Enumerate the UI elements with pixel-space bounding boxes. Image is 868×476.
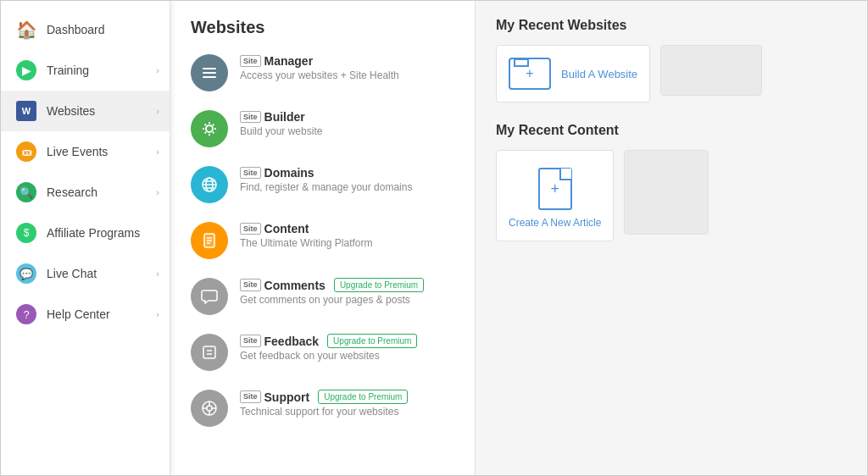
live-events-icon: 🎟 — [14, 140, 38, 163]
content-title: Content — [264, 222, 309, 235]
svg-line-10 — [213, 125, 214, 125]
research-icon: 🔍 — [14, 180, 38, 204]
site-support-item[interactable]: Site Support Upgrade to Premium Technica… — [191, 390, 454, 427]
sidebar-item-training[interactable]: ▶ Training › — [1, 50, 170, 91]
feedback-upgrade-badge[interactable]: Upgrade to Premium — [327, 334, 417, 348]
add-website-icon: + — [509, 58, 551, 90]
sidebar-item-websites[interactable]: W Websites › — [1, 91, 170, 131]
svg-rect-1 — [203, 72, 216, 74]
site-manager-item[interactable]: Site Manager Access your websites + Site… — [191, 54, 454, 91]
feedback-title: Feedback — [264, 335, 320, 348]
sidebar-label-live-events: Live Events — [47, 145, 108, 158]
sidebar-label-dashboard: Dashboard — [47, 23, 105, 36]
svg-rect-0 — [203, 68, 216, 69]
support-title: Support — [264, 390, 310, 404]
recent-content-grid: + Create A New Article — [496, 150, 847, 241]
site-content-item[interactable]: Site Content The Ultimate Writing Platfo… — [191, 222, 454, 259]
site-badge-comments: Site — [240, 279, 261, 291]
create-article-label: Create A New Article — [509, 217, 601, 229]
builder-info: Site Builder Build your website — [240, 110, 454, 137]
svg-rect-2 — [203, 76, 216, 78]
recent-content-title: My Recent Content — [496, 123, 847, 138]
comments-title: Comments — [264, 279, 326, 292]
site-comments-item[interactable]: Site Comments Upgrade to Premium Get com… — [191, 278, 454, 315]
comments-icon — [191, 278, 228, 315]
manager-title: Manager — [264, 54, 314, 68]
create-article-card[interactable]: + Create A New Article — [496, 150, 614, 241]
content-info: Site Content The Ultimate Writing Platfo… — [240, 222, 454, 249]
sidebar-label-live-chat: Live Chat — [47, 267, 97, 280]
domains-desc: Find, register & manage your domains — [240, 181, 454, 193]
help-center-icon: ? — [14, 302, 38, 326]
app-container: 🏠 Dashboard ▶ Training › W Websites › 🎟 … — [0, 0, 868, 476]
chevron-icon: › — [156, 147, 159, 157]
builder-icon — [191, 110, 228, 147]
site-badge-feedback: Site — [240, 335, 261, 347]
chevron-icon: › — [156, 309, 159, 319]
sidebar-item-affiliate-programs[interactable]: $ Affiliate Programs — [1, 213, 170, 253]
site-badge-domains: Site — [240, 167, 261, 180]
svg-line-9 — [213, 132, 214, 133]
chevron-icon: › — [156, 268, 159, 279]
chevron-icon: › — [156, 65, 159, 75]
build-website-card[interactable]: + Build A Website — [496, 45, 650, 102]
sidebar-item-help-center[interactable]: ? Help Center › — [1, 294, 170, 335]
domains-title: Domains — [264, 166, 314, 180]
svg-line-11 — [205, 132, 206, 133]
websites-panel: Websites Site Manager Access your websit… — [170, 1, 476, 475]
sidebar-label-help-center: Help Center — [47, 307, 110, 321]
site-badge-manager: Site — [240, 55, 261, 68]
dashboard-icon: 🏠 — [14, 18, 38, 42]
training-icon: ▶ — [14, 58, 38, 82]
empty-content-card — [624, 150, 709, 235]
site-badge-content: Site — [240, 223, 261, 235]
comments-info: Site Comments Upgrade to Premium Get com… — [240, 278, 454, 306]
sidebar-label-research: Research — [47, 185, 97, 199]
support-upgrade-badge[interactable]: Upgrade to Premium — [318, 390, 408, 404]
feedback-desc: Get feedback on your websites — [240, 350, 454, 362]
content-icon — [191, 222, 228, 259]
empty-website-card — [660, 45, 762, 96]
svg-point-3 — [206, 125, 213, 132]
sidebar-label-websites: Websites — [47, 104, 95, 118]
new-doc-icon: + — [538, 168, 572, 210]
svg-line-8 — [205, 125, 206, 125]
manager-desc: Access your websites + Site Health — [240, 69, 454, 81]
affiliate-icon: $ — [14, 221, 38, 245]
live-chat-icon: 💬 — [14, 262, 38, 285]
domains-info: Site Domains Find, register & manage you… — [240, 166, 454, 193]
main-content: Websites Site Manager Access your websit… — [170, 1, 867, 475]
feedback-info: Site Feedback Upgrade to Premium Get fee… — [240, 334, 454, 362]
comments-upgrade-badge[interactable]: Upgrade to Premium — [334, 278, 424, 292]
support-desc: Technical support for your websites — [240, 406, 454, 418]
sidebar-label-affiliate: Affiliate Programs — [47, 226, 140, 240]
sidebar-item-dashboard[interactable]: 🏠 Dashboard — [1, 9, 170, 50]
sidebar-item-live-chat[interactable]: 💬 Live Chat › — [1, 253, 170, 294]
chevron-icon: › — [156, 187, 159, 197]
sidebar: 🏠 Dashboard ▶ Training › W Websites › 🎟 … — [1, 1, 170, 475]
manager-icon — [191, 54, 228, 91]
websites-panel-title: Websites — [191, 18, 454, 37]
svg-point-25 — [207, 406, 212, 411]
build-website-label: Build A Website — [561, 68, 637, 80]
sidebar-label-training: Training — [47, 64, 89, 77]
site-domains-item[interactable]: Site Domains Find, register & manage you… — [191, 166, 454, 203]
chevron-icon: › — [156, 106, 159, 116]
sidebar-item-research[interactable]: 🔍 Research › — [1, 172, 170, 213]
right-panel: My Recent Websites + Build A Website My … — [476, 1, 867, 475]
builder-desc: Build your website — [240, 125, 454, 137]
site-feedback-item[interactable]: Site Feedback Upgrade to Premium Get fee… — [191, 334, 454, 371]
recent-websites-title: My Recent Websites — [496, 18, 847, 33]
support-info: Site Support Upgrade to Premium Technica… — [240, 390, 454, 418]
feedback-icon — [191, 334, 228, 371]
site-badge-support: Site — [240, 390, 261, 403]
recent-websites-grid: + Build A Website — [496, 45, 847, 102]
sidebar-item-live-events[interactable]: 🎟 Live Events › — [1, 131, 170, 172]
websites-icon: W — [14, 99, 38, 123]
site-builder-item[interactable]: Site Builder Build your website — [191, 110, 454, 147]
comments-desc: Get comments on your pages & posts — [240, 294, 454, 306]
site-badge-builder: Site — [240, 111, 261, 124]
svg-rect-21 — [203, 346, 215, 358]
builder-title: Builder — [264, 110, 305, 124]
manager-info: Site Manager Access your websites + Site… — [240, 54, 454, 81]
